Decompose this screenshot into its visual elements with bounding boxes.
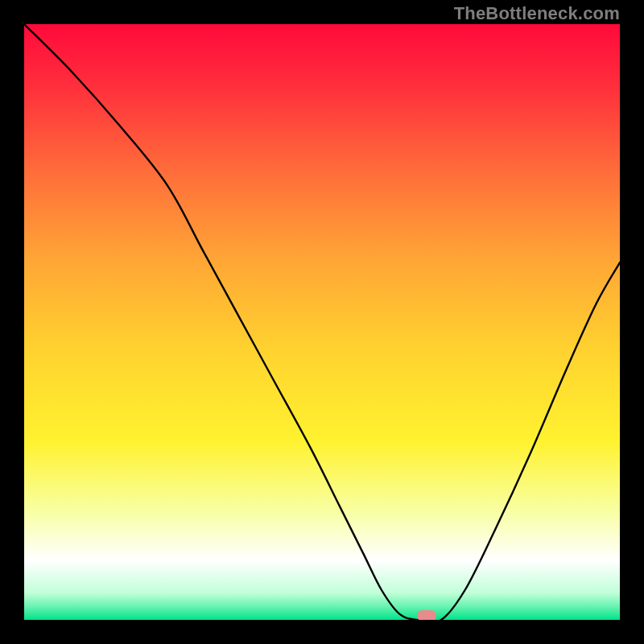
- plot-svg: [24, 24, 620, 620]
- chart-frame: TheBottleneck.com: [0, 0, 644, 644]
- gradient-background: [24, 24, 620, 620]
- watermark-text: TheBottleneck.com: [454, 3, 620, 24]
- plot-area: [24, 24, 620, 620]
- optimal-marker: [417, 610, 436, 620]
